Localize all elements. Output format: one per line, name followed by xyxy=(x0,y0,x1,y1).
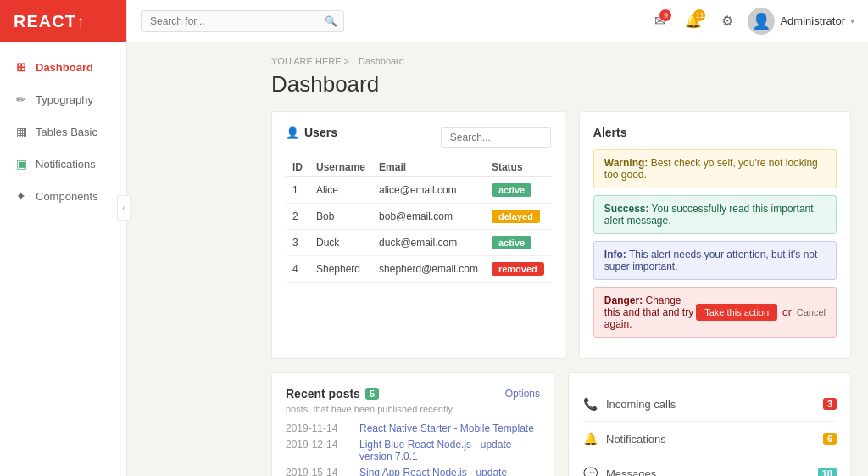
posts-list: 2019-11-14 React Native Starter - Mobile… xyxy=(286,423,540,476)
user-menu[interactable]: 👤 Administrator ▾ xyxy=(748,8,854,35)
alert-text: Danger: Change this and that and try aga… xyxy=(604,294,696,330)
stats-item[interactable]: 🔔 Notifications 6 xyxy=(582,422,837,456)
sidebar-item-tables-basic[interactable]: ▦ Tables Basic xyxy=(0,115,126,148)
alerts-title-text: Alerts xyxy=(593,126,627,139)
stats-item-label: Incoming calls xyxy=(606,398,815,411)
cell-id: 3 xyxy=(286,230,309,256)
list-item: 2019-12-14 Light Blue React Node.js - up… xyxy=(286,439,540,462)
alert-text: Info: This alert needs your attention, b… xyxy=(604,249,818,272)
logo: REACT↑ xyxy=(0,0,126,42)
sidebar-item-notifications[interactable]: ▣ Notifications xyxy=(0,148,126,180)
post-date: 2019-15-14 xyxy=(286,467,349,476)
bell-badge: 11 xyxy=(693,9,705,21)
avatar: 👤 xyxy=(748,8,775,35)
bell-button[interactable]: 🔔 11 xyxy=(680,8,707,35)
stats-count: 3 xyxy=(823,398,837,410)
users-icon: 👤 xyxy=(286,126,299,139)
status-badge: active xyxy=(492,183,531,197)
post-link[interactable]: Light Blue React Node.js - update versio… xyxy=(359,439,540,462)
post-link[interactable]: Sing App React Node.js - update version … xyxy=(359,467,540,476)
stats-item-icon: 🔔 xyxy=(582,432,598,445)
alert-danger: Danger: Change this and that and try aga… xyxy=(593,287,837,338)
sidebar-nav: ⊞ Dashboard ✏ Typography ▦ Tables Basic … xyxy=(0,42,126,221)
status-badge: active xyxy=(492,236,531,249)
page-title: Dashboard xyxy=(271,71,851,98)
alerts-container: Warning: Best check yo self, you're not … xyxy=(593,149,837,338)
stats-count: 6 xyxy=(823,433,837,445)
cell-email: alice@email.com xyxy=(372,177,485,204)
header-icons: ✉ 9 🔔 11 ⚙ 👤 Administrator ▾ xyxy=(646,8,854,35)
search-input[interactable] xyxy=(141,10,344,32)
post-date: 2019-12-14 xyxy=(286,439,349,462)
chevron-down-icon: ▾ xyxy=(850,16,854,25)
list-item: 2019-11-14 React Native Starter - Mobile… xyxy=(286,423,540,434)
gear-icon: ⚙ xyxy=(721,13,733,29)
stats-item-icon: 💬 xyxy=(582,467,598,476)
breadcrumb: YOU ARE HERE > Dashboard xyxy=(271,56,851,66)
users-search-input[interactable] xyxy=(441,127,551,148)
bottom-grid: Recent posts 5 Options posts, that have … xyxy=(271,372,851,476)
sidebar-item-label: Dashboard xyxy=(36,61,93,74)
col-username: Username xyxy=(309,158,372,177)
cell-status: removed xyxy=(485,256,551,283)
stats-count: 18 xyxy=(818,468,837,476)
or-text: or xyxy=(782,306,792,318)
cell-username: Alice xyxy=(309,177,372,204)
posts-count-badge: 5 xyxy=(365,388,379,400)
sidebar-item-dashboard[interactable]: ⊞ Dashboard xyxy=(0,51,126,83)
cell-id: 1 xyxy=(286,177,309,204)
stats-item-label: Notifications xyxy=(606,433,815,445)
alerts-card-title: Alerts xyxy=(593,126,837,139)
search-icon: 🔍 xyxy=(325,15,337,27)
components-icon: ✦ xyxy=(14,188,29,204)
col-id: ID xyxy=(286,158,309,177)
main-content: YOU ARE HERE > Dashboard Dashboard 👤 Use… xyxy=(254,42,868,476)
post-date: 2019-11-14 xyxy=(286,423,349,434)
sidebar: REACT↑ ⊞ Dashboard ✏ Typography ▦ Tables… xyxy=(0,0,127,476)
typography-icon: ✏ xyxy=(14,92,29,107)
alert-success: Success: You successfully read this impo… xyxy=(593,195,837,234)
mail-button[interactable]: ✉ 9 xyxy=(646,8,673,35)
content-grid: 👤 Users ID Username Email Status xyxy=(271,111,851,359)
sidebar-item-components[interactable]: ✦ Components xyxy=(0,180,126,212)
stats-card: 📞 Incoming calls 3🔔 Notifications 6💬 Mes… xyxy=(568,372,851,476)
posts-subtitle: posts, that have been published recently xyxy=(286,404,540,414)
users-table: ID Username Email Status 1 Alice alice@e… xyxy=(286,158,551,283)
col-email: Email xyxy=(372,158,485,177)
users-search-box xyxy=(441,127,551,148)
stats-item-icon: 📞 xyxy=(582,397,598,411)
cell-status: delayed xyxy=(485,204,551,230)
cancel-button[interactable]: Cancel xyxy=(797,307,826,317)
header: 🔍 ✉ 9 🔔 11 ⚙ 👤 Administrator ▾ xyxy=(127,0,868,42)
tables-icon: ▦ xyxy=(14,124,29,139)
sidebar-item-label: Typography xyxy=(36,93,93,106)
cell-email: bob@email.com xyxy=(372,204,485,230)
table-row: 4 Shepherd shepherd@email.com removed xyxy=(286,256,551,283)
dashboard-icon: ⊞ xyxy=(14,59,29,75)
logo-text: REACT↑ xyxy=(14,12,86,31)
posts-header: Recent posts 5 Options xyxy=(286,387,540,400)
settings-button[interactable]: ⚙ xyxy=(714,8,741,35)
alert-danger-actions: Take this action or Cancel xyxy=(696,304,826,321)
sidebar-item-typography[interactable]: ✏ Typography xyxy=(0,83,126,115)
post-link[interactable]: React Native Starter - Mobile Template xyxy=(359,423,534,434)
stats-item-label: Messages xyxy=(606,468,810,477)
search-box: 🔍 xyxy=(141,10,344,32)
recent-posts-card: Recent posts 5 Options posts, that have … xyxy=(271,372,554,476)
cell-username: Shepherd xyxy=(309,256,372,283)
cell-email: shepherd@email.com xyxy=(372,256,485,283)
users-card-title: 👤 Users xyxy=(286,126,337,139)
breadcrumb-prefix: YOU ARE HERE > xyxy=(271,56,349,66)
notifications-nav-icon: ▣ xyxy=(14,156,29,171)
options-link[interactable]: Options xyxy=(505,388,540,400)
sidebar-item-label: Tables Basic xyxy=(36,126,97,138)
cell-status: active xyxy=(485,230,551,256)
status-badge: delayed xyxy=(492,210,540,223)
breadcrumb-current: Dashboard xyxy=(359,56,404,66)
stats-item[interactable]: 📞 Incoming calls 3 xyxy=(582,387,837,422)
sidebar-item-label: Components xyxy=(36,190,98,203)
stats-item[interactable]: 💬 Messages 18 xyxy=(582,456,837,476)
alert-text: Warning: Best check yo self, you're not … xyxy=(604,157,818,181)
take-action-button[interactable]: Take this action xyxy=(696,304,777,321)
sidebar-collapse-button[interactable]: ‹ xyxy=(117,195,131,221)
